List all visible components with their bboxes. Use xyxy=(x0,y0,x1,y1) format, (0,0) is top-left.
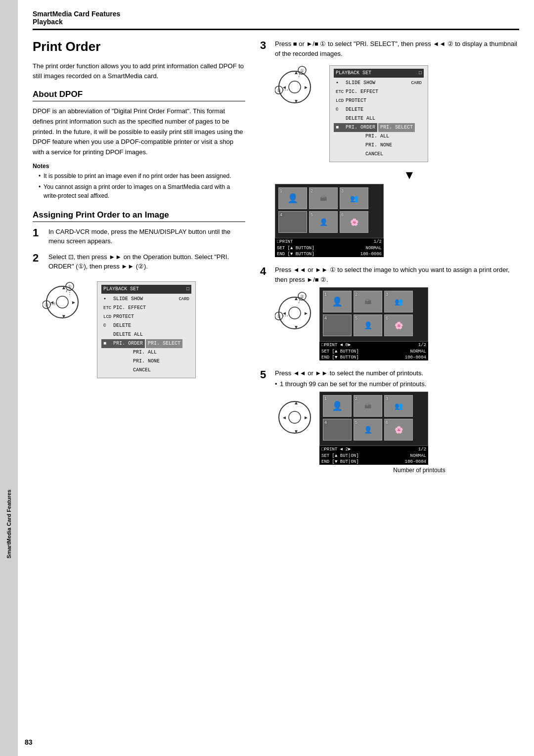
menu-pic-effect: ETCPIC. EFFECT xyxy=(101,304,191,312)
svg-line-24 xyxy=(299,74,300,78)
thumb-row-1-top: 1 👤 2 🏔 3 👥 xyxy=(278,187,380,209)
thumb-status-2b: END [▼ BUTTON]100-0004 xyxy=(319,355,428,360)
svg-line-36 xyxy=(299,300,300,304)
step-5-number: 5 xyxy=(260,368,271,389)
sidebar: SmartMedia Card Features xyxy=(0,0,18,756)
dpof-body: DPOF is an abbreviation of "Digital Prin… xyxy=(33,106,245,158)
step-1-number: 1 xyxy=(33,227,44,239)
note-item-1: It is possible to print an image even if… xyxy=(39,172,245,180)
thumb-status-1a: SET [▲ BUTTON]NORMAL xyxy=(275,245,384,251)
thumb-row-3-top: 1 👤 2 🏔 3 👥 xyxy=(323,395,425,417)
controller-diagram-left: ① ② ▲ ▼ ◄ ► xyxy=(43,277,82,327)
step-5-bullet: • 1 through 99 can be set for the number… xyxy=(275,379,426,389)
step-2-diagram: ① ② ▲ ▼ ◄ ► xyxy=(43,277,245,382)
thumb-grid-1: 1 👤 2 🏔 3 👥 xyxy=(275,184,384,238)
thumb3-6: 6 🌸 xyxy=(384,419,413,441)
svg-text:►: ► xyxy=(304,311,309,316)
step-5: 5 Press ◄◄ or ►► to select the number of… xyxy=(260,368,519,474)
menu-submenu: PRI. ALL PRI. NONE CANCEL xyxy=(131,348,191,375)
thumb-status-3: □PRINT ◄ 2►1/2 xyxy=(319,446,428,453)
step-2-number: 2 xyxy=(33,252,44,264)
step-4-number: 4 xyxy=(260,265,271,284)
thumb-grid-1-wrap: 1 👤 2 🏔 3 👥 xyxy=(275,184,519,257)
svg-text:◄: ◄ xyxy=(282,85,287,90)
thumb2-4: 4 xyxy=(323,314,352,336)
svg-text:◄: ◄ xyxy=(49,300,54,305)
step-4-diagram: ② ① ▲ ▼ ◄ ► xyxy=(275,287,519,360)
step-5-main: Press ◄◄ or ►► to select the number of p… xyxy=(275,368,426,378)
step-3-number: 3 xyxy=(260,39,271,58)
svg-text:①: ① xyxy=(277,314,281,319)
controller-svg-step3: ① ② ▲ ▼ ◄ ► xyxy=(275,61,314,111)
s3-pic-effect: ETCPIC. EFFECT xyxy=(334,88,424,96)
step-3-header: 3 Press ■ or ►/■ ① to select "PRI. SELEC… xyxy=(260,39,519,58)
thumb-grid-2: 1 👤 2 🏔 3 👥 xyxy=(319,287,428,342)
main-content: SmartMedia Card Features Playback Print … xyxy=(18,0,534,496)
svg-text:◄: ◄ xyxy=(282,311,287,316)
s3-pri-order-row: ■PRI. ORDER PRI. SELECT xyxy=(334,123,424,132)
thumb3-5: 5 👤 xyxy=(354,419,382,441)
thumb-5: 5 👤 xyxy=(309,211,338,233)
note-item-2: You cannot assign a print order to image… xyxy=(39,182,245,200)
svg-text:②: ② xyxy=(277,88,281,93)
s3-delete: ©DELETE xyxy=(334,105,424,114)
step-3: 3 Press ■ or ►/■ ① to select "PRI. SELEC… xyxy=(260,39,519,257)
step-5-header: 5 Press ◄◄ or ►► to select the number of… xyxy=(260,368,519,389)
menu-delete-all: DELETE ALL xyxy=(101,330,191,339)
thumb-grid-2-wrap: 1 👤 2 🏔 3 👥 xyxy=(319,287,428,360)
svg-text:►: ► xyxy=(71,300,76,305)
thumb-row-3-bottom: 4 5 👤 6 🌸 xyxy=(323,419,425,441)
menu-pri-order: ■PRI. ORDER xyxy=(101,339,145,348)
svg-text:▼: ▼ xyxy=(294,98,299,104)
step-1-text: In CARD-VCR mode, press the MENU/DISPLAY… xyxy=(48,227,245,246)
menu-pri-select: PRI. SELECT xyxy=(146,339,182,348)
thumb-row-2-bottom: 4 5 👤 6 🌸 xyxy=(323,314,425,336)
step-4-header: 4 Press ◄◄ or ►► ① to select the image t… xyxy=(260,265,519,284)
svg-point-15 xyxy=(289,81,301,93)
notes-label: Notes xyxy=(33,163,245,170)
svg-text:①: ① xyxy=(300,68,304,73)
caption-printouts: Number of printouts xyxy=(319,467,519,474)
thumb3-2: 2 🏔 xyxy=(354,395,382,417)
thumb-1: 1 👤 xyxy=(278,187,307,209)
controller-diagram-step3: ① ② ▲ ▼ ◄ ► xyxy=(275,61,314,111)
menu-box-step3: PLAYBACK SET□ ▪SLIDE SHOW CARD ETCPIC. E… xyxy=(329,65,428,162)
thumb-2: 2 🏔 xyxy=(309,187,338,209)
step-4: 4 Press ◄◄ or ►► ① to select the image t… xyxy=(260,265,519,360)
step-2-text: Select ⊡, then press ►► on the Operation… xyxy=(48,252,245,271)
svg-text:▲: ▲ xyxy=(61,285,66,290)
s3-slide-show: ▪SLIDE SHOW CARD xyxy=(334,79,424,88)
svg-text:②: ② xyxy=(44,303,48,308)
s3-pri-order: ■PRI. ORDER xyxy=(334,123,377,132)
s3-pri-all: PRI. ALL xyxy=(363,132,424,141)
svg-text:▼: ▼ xyxy=(61,313,66,319)
page-header: SmartMedia Card Features Playback xyxy=(33,10,519,30)
svg-line-10 xyxy=(66,289,67,292)
menu-pri-order-row: ■PRI. ORDER PRI. SELECT xyxy=(101,339,191,348)
thumb-status-2: □PRINT ◄ 0►1/2 xyxy=(319,342,428,349)
step-2: 2 Select ⊡, then press ►► on the Operati… xyxy=(33,252,245,271)
header-line1: SmartMedia Card Features xyxy=(33,10,519,18)
controller-diagram-step4: ② ① ▲ ▼ ◄ ► xyxy=(275,287,314,337)
svg-text:▼: ▼ xyxy=(294,324,299,330)
thumb3-3: 3 👥 xyxy=(384,395,413,417)
submenu-cancel: CANCEL xyxy=(131,366,191,375)
step-3-text: Press ■ or ►/■ ① to select "PRI. SELECT"… xyxy=(275,39,519,58)
thumb-row-2-top: 1 👤 2 🏔 3 👥 xyxy=(323,291,425,312)
thumb2-1: 1 👤 xyxy=(323,291,352,312)
controller-diagram-step5: ▲ ▼ ◄ ► xyxy=(275,392,314,441)
thumb2-2: 2 🏔 xyxy=(354,291,382,312)
thumb-6: 6 🌸 xyxy=(340,211,368,233)
thumb-3: 3 👥 xyxy=(340,187,368,209)
svg-text:▲: ▲ xyxy=(294,70,299,75)
s3-pri-none: PRI. NONE xyxy=(363,141,424,150)
submenu-pri-none: PRI. NONE xyxy=(131,357,191,366)
s3-protect: LCDPROTECT xyxy=(334,96,424,105)
intro-text: The print order function allows you to a… xyxy=(33,61,245,81)
step-5-text: Press ◄◄ or ►► to select the number of p… xyxy=(275,368,426,389)
two-column-layout: Print Order The print order function all… xyxy=(33,39,519,482)
svg-text:►: ► xyxy=(304,85,309,90)
thumb-status-3b: END [▼ BUT|ON]100-0004 xyxy=(319,459,428,465)
menu-protect: LCDPROTECT xyxy=(101,312,191,321)
svg-text:▲: ▲ xyxy=(294,296,299,301)
